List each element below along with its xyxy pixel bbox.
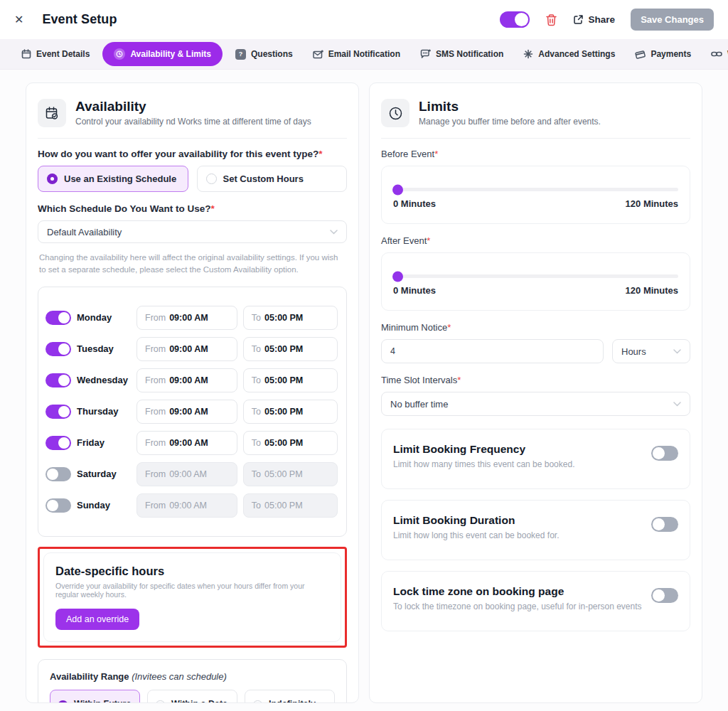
tab-bar: Event Details Availability & Limits ? Qu…: [0, 39, 728, 70]
radio-unselected-icon: [252, 700, 263, 704]
minimum-notice-input[interactable]: 4: [381, 339, 604, 363]
chevron-down-icon: [673, 349, 681, 354]
credit-card-icon: [635, 50, 646, 59]
availability-range-label: Availability Range (Invitees can schedul…: [50, 671, 335, 682]
link-icon: [711, 50, 722, 58]
tuesday-from-input[interactable]: From09:00 AM: [136, 337, 237, 361]
day-row-tuesday: Tuesday From09:00 AM To05:00 PM: [46, 337, 338, 361]
thursday-toggle[interactable]: [46, 405, 71, 419]
tab-advanced-settings[interactable]: Advanced Settings: [516, 43, 622, 65]
friday-toggle[interactable]: [46, 436, 71, 450]
date-specific-hours-card: Date-specific hours Override your availa…: [43, 552, 341, 642]
day-label: Wednesday: [77, 375, 131, 385]
radio-within-future-days[interactable]: Within Future Days: [50, 690, 140, 704]
availability-subtitle: Control your availability nd Works time …: [75, 117, 311, 127]
gear-asterisk-icon: [523, 49, 533, 59]
question-bubble-icon: ?: [235, 49, 246, 60]
tab-questions[interactable]: ? Questions: [228, 43, 300, 65]
wednesday-to-input[interactable]: To05:00 PM: [243, 368, 338, 392]
radio-within-date-range[interactable]: Within a Date Range: [147, 690, 237, 704]
radio-label: Set Custom Hours: [223, 173, 304, 184]
limit-booking-frequency-toggle[interactable]: [651, 446, 678, 461]
lock-timezone-title: Lock time zone on booking page: [393, 585, 642, 598]
tab-email-notification[interactable]: Email Notification: [306, 43, 407, 65]
radio-indefinitely[interactable]: Indefinitely into the future: [245, 690, 335, 704]
tab-label: Email Notification: [328, 49, 400, 59]
limit-booking-duration-toggle[interactable]: [651, 517, 678, 532]
add-override-button[interactable]: Add an override: [55, 609, 139, 630]
share-label: Share: [589, 14, 616, 25]
close-icon[interactable]: ✕: [14, 13, 23, 26]
event-enabled-toggle[interactable]: [500, 11, 530, 28]
tab-event-details[interactable]: Event Details: [14, 43, 97, 65]
sunday-toggle[interactable]: [46, 498, 71, 513]
time-slot-intervals-label: Time Slot Intervals*: [381, 375, 690, 385]
schedule-note: Changing the availability here will affe…: [39, 252, 346, 277]
day-label: Monday: [77, 312, 131, 323]
before-event-slider[interactable]: [393, 188, 678, 191]
monday-toggle[interactable]: [46, 311, 71, 325]
slider-max-label: 120 Minutes: [626, 198, 678, 209]
tab-label: Availability & Limits: [130, 49, 211, 59]
minimum-notice-unit-select[interactable]: Hours: [612, 339, 690, 363]
radio-label: Within a Date Range: [171, 698, 230, 704]
tab-webhooks[interactable]: Webhooks: [704, 43, 728, 65]
slider-min-label: 0 Minutes: [393, 198, 436, 209]
app-header: ✕ Event Setup Share Save Changes: [0, 0, 728, 39]
share-icon: [573, 14, 584, 25]
slider-thumb[interactable]: [392, 184, 403, 195]
tab-label: Event Details: [36, 49, 90, 59]
wednesday-from-input[interactable]: From09:00 AM: [136, 368, 237, 392]
slider-min-label: 0 Minutes: [393, 285, 436, 296]
minimum-notice-value: 4: [390, 346, 395, 356]
day-label: Sunday: [77, 500, 131, 510]
saturday-to-input[interactable]: To05:00 PM: [243, 462, 338, 486]
day-label: Friday: [77, 437, 131, 448]
friday-from-input[interactable]: From09:00 AM: [136, 431, 237, 455]
date-specific-highlight: Date-specific hours Override your availa…: [38, 547, 347, 648]
radio-selected-icon: [47, 173, 58, 184]
thursday-from-input[interactable]: From09:00 AM: [136, 400, 237, 424]
saturday-toggle[interactable]: [46, 467, 71, 481]
date-specific-hours-title: Date-specific hours: [55, 565, 329, 578]
schedule-question-label: Which Schedule Do You Want to Use?*: [38, 203, 347, 214]
tab-label: Advanced Settings: [538, 49, 615, 59]
limit-booking-frequency-title: Limit Booking Frequency: [393, 443, 574, 456]
tuesday-toggle[interactable]: [46, 342, 71, 356]
day-row-sunday: Sunday From09:00 AM To05:00 PM: [46, 493, 338, 518]
sunday-to-input[interactable]: To05:00 PM: [243, 493, 338, 518]
time-slot-intervals-select[interactable]: No buffer time: [381, 392, 690, 416]
clock-icon: [114, 48, 125, 60]
before-event-slider-card: 0 Minutes 120 Minutes: [381, 166, 690, 224]
friday-to-input[interactable]: To05:00 PM: [243, 431, 338, 455]
share-button[interactable]: Share: [573, 14, 616, 25]
tab-availability-limits[interactable]: Availability & Limits: [102, 42, 223, 66]
radio-unselected-icon: [206, 173, 217, 184]
sunday-from-input[interactable]: From09:00 AM: [136, 493, 237, 518]
day-row-monday: Monday From09:00 AM To05:00 PM: [46, 306, 338, 330]
lock-timezone-toggle[interactable]: [651, 588, 678, 603]
limit-booking-duration-description: Limit how long this event can be booked …: [393, 530, 559, 540]
tab-label: Payments: [651, 49, 691, 59]
date-specific-hours-description: Override your availability for specific …: [55, 582, 329, 599]
thursday-to-input[interactable]: To05:00 PM: [243, 400, 338, 424]
saturday-from-input[interactable]: From09:00 AM: [136, 462, 237, 486]
tuesday-to-input[interactable]: To05:00 PM: [243, 337, 338, 361]
radio-existing-schedule[interactable]: Use an Existing Schedule: [38, 166, 188, 192]
radio-label: Indefinitely into the future: [269, 698, 327, 704]
delete-event-icon[interactable]: [545, 14, 557, 26]
calendar-icon: [21, 49, 31, 59]
tab-label: Questions: [251, 49, 293, 59]
radio-label: Within Future Days: [74, 698, 132, 704]
tab-payments[interactable]: Payments: [628, 43, 698, 65]
monday-from-input[interactable]: From09:00 AM: [136, 306, 237, 330]
radio-custom-hours[interactable]: Set Custom Hours: [197, 166, 348, 192]
save-changes-button[interactable]: Save Changes: [631, 9, 714, 31]
monday-to-input[interactable]: To05:00 PM: [243, 306, 338, 330]
day-label: Tuesday: [77, 343, 131, 354]
slider-thumb[interactable]: [392, 271, 403, 282]
schedule-select[interactable]: Default Availability: [38, 220, 347, 243]
wednesday-toggle[interactable]: [46, 373, 71, 387]
tab-sms-notification[interactable]: SMS Notification: [413, 43, 510, 65]
after-event-slider[interactable]: [393, 274, 678, 278]
